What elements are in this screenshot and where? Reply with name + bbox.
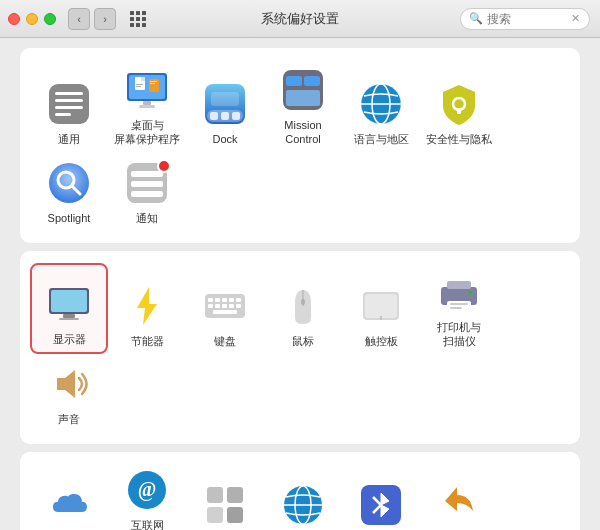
extensions-icon [201,481,249,529]
energy-icon [123,282,171,330]
sharing-icon [435,481,483,529]
svg-rect-58 [208,304,213,308]
svg-rect-61 [229,304,234,308]
svg-rect-30 [211,92,239,106]
svg-rect-40 [457,108,461,114]
svg-rect-62 [236,304,241,308]
titlebar: ‹ › 系统偏好设置 🔍 ✕ [0,0,600,38]
svg-rect-5 [142,17,146,21]
svg-rect-24 [139,105,155,108]
window-title: 系统偏好设置 [261,10,339,28]
section1-grid: 通用 [30,60,570,231]
svg-rect-22 [150,83,155,84]
internet-label: 互联网帐户 [111,518,183,530]
svg-rect-20 [149,79,159,92]
spotlight-icon [45,159,93,207]
close-button[interactable] [8,13,20,25]
main-content: 通用 [0,38,600,530]
minimize-button[interactable] [26,13,38,25]
svg-rect-73 [450,307,462,309]
svg-rect-80 [227,507,243,523]
pref-extensions[interactable]: 扩展 [186,460,264,530]
pref-icloud[interactable]: iCloud [30,460,108,530]
trackpad-icon [357,282,405,330]
pref-notification[interactable]: 通知 [108,153,186,231]
dock-label: Dock [212,132,237,146]
pref-network[interactable]: 网络 [264,460,342,530]
pref-bluetooth[interactable]: 蓝牙 [342,460,420,530]
pref-desktop[interactable]: 桌面与屏幕保护程序 [108,60,186,153]
pref-energy[interactable]: 节能器 [108,263,186,354]
svg-rect-8 [142,23,146,27]
section-hardware: 显示器 节能器 [20,251,580,445]
keyboard-label: 键盘 [214,334,236,348]
search-box[interactable]: 🔍 ✕ [460,8,590,30]
svg-rect-17 [141,77,145,81]
internet-icon: @ [123,466,171,514]
svg-rect-67 [365,294,397,318]
svg-rect-49 [51,290,87,312]
svg-rect-45 [131,171,163,177]
svg-point-65 [301,299,305,305]
pref-general[interactable]: 通用 [30,60,108,153]
svg-rect-32 [286,76,302,86]
maximize-button[interactable] [44,13,56,25]
pref-security[interactable]: 安全性与隐私 [420,60,498,153]
pref-trackpad[interactable]: 触控板 [342,263,420,354]
pref-spotlight[interactable]: Spotlight [30,153,108,231]
svg-point-74 [468,291,472,295]
mouse-label: 鼠标 [292,334,314,348]
section2-grid: 显示器 节能器 [30,263,570,433]
svg-rect-46 [131,181,163,187]
svg-rect-13 [55,113,71,116]
icloud-icon [45,481,93,529]
printer-icon [435,269,483,317]
security-icon [435,80,483,128]
section-personal: 通用 [20,48,580,243]
forward-button[interactable]: › [94,8,116,30]
back-button[interactable]: ‹ [68,8,90,30]
search-icon: 🔍 [469,12,483,25]
network-icon [279,481,327,529]
spotlight-label: Spotlight [48,211,91,225]
svg-rect-51 [59,318,79,320]
pref-language[interactable]: 语言与地区 [342,60,420,153]
general-icon [45,80,93,128]
svg-rect-28 [221,112,229,120]
svg-text:@: @ [138,478,157,501]
pref-dock[interactable]: Dock [186,60,264,153]
svg-rect-72 [450,303,468,305]
pref-mission[interactable]: MissionControl [264,60,342,153]
mission-label: MissionControl [267,118,339,147]
language-label: 语言与地区 [354,132,409,146]
notification-label: 通知 [136,211,158,225]
svg-rect-50 [63,314,75,318]
svg-rect-79 [207,507,223,523]
svg-rect-55 [222,298,227,302]
svg-rect-6 [130,23,134,27]
pref-internet[interactable]: @ 互联网帐户 [108,460,186,530]
pref-printer[interactable]: 打印机与扫描仪 [420,263,498,354]
search-clear-icon[interactable]: ✕ [571,12,580,25]
svg-rect-9 [49,84,89,124]
svg-rect-56 [229,298,234,302]
svg-rect-11 [55,99,83,102]
search-input[interactable] [487,12,567,26]
grid-view-button[interactable] [124,5,152,33]
svg-rect-21 [150,81,157,82]
pref-sound[interactable]: 声音 [30,354,108,432]
svg-rect-60 [222,304,227,308]
displays-icon [45,280,93,328]
svg-rect-57 [236,298,241,302]
svg-rect-7 [136,23,140,27]
pref-displays[interactable]: 显示器 [30,263,108,354]
svg-rect-70 [447,281,471,289]
pref-mouse[interactable]: 鼠标 [264,263,342,354]
pref-sharing[interactable]: 共享 [420,460,498,530]
svg-rect-27 [210,112,218,120]
pref-keyboard[interactable]: 键盘 [186,263,264,354]
bluetooth-icon [357,481,405,529]
language-icon [357,80,405,128]
svg-rect-12 [55,106,83,109]
svg-rect-3 [130,17,134,21]
